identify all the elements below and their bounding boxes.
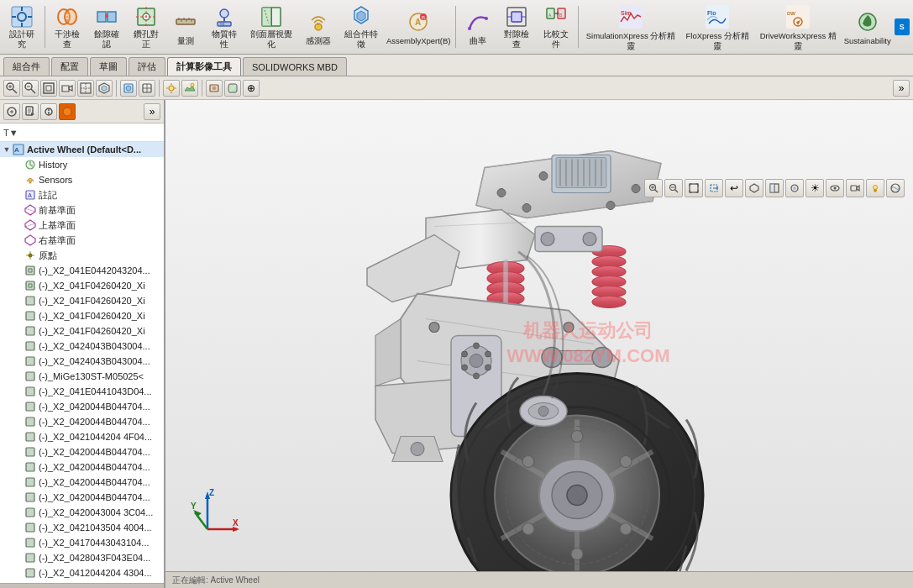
- view-zoom-fit-btn[interactable]: [22, 80, 39, 97]
- tree-item-part7[interactable]: (-)_X2_0424043B043004...: [0, 354, 164, 369]
- view-expand-btn[interactable]: »: [893, 80, 910, 97]
- interference-button[interactable]: 干涉檢查: [49, 3, 87, 51]
- vt-orient[interactable]: [745, 179, 763, 197]
- lp-btn1[interactable]: [3, 103, 20, 120]
- sec-sep3: [202, 80, 202, 97]
- tree-item-part12[interactable]: (-)_X2_0421044204 4F04...: [0, 429, 164, 444]
- view-camera-btn[interactable]: [59, 80, 76, 97]
- vt-lights[interactable]: [866, 179, 884, 197]
- vt-zoom-fit[interactable]: [685, 179, 703, 197]
- tree-item-right-plane[interactable]: 右基準面: [0, 233, 164, 248]
- tab-evaluate[interactable]: 評估: [129, 57, 165, 76]
- vt-cam[interactable]: [846, 179, 864, 197]
- root-expand-icon[interactable]: ▼: [2, 144, 12, 155]
- svg-point-168: [606, 202, 615, 210]
- view-scene-btn[interactable]: [181, 80, 198, 97]
- view-zoom-btn[interactable]: [3, 80, 20, 97]
- tree-item-part19[interactable]: (-)_X2_04170443043104...: [0, 535, 164, 550]
- lp-btn4[interactable]: [59, 103, 76, 120]
- feature-tree[interactable]: ▼ A Active Wheel (Default<D... History: [0, 142, 164, 583]
- assembly-features-button[interactable]: 組合件特徵: [338, 3, 384, 51]
- svg-line-141: [675, 190, 679, 193]
- lp-expand[interactable]: »: [144, 103, 160, 120]
- alignment-check-button[interactable]: 對隙檢查: [498, 3, 536, 51]
- tab-compute-imaging[interactable]: 計算影像工具: [167, 57, 241, 76]
- vt-prev-view[interactable]: ↩: [725, 179, 743, 197]
- part21-expand: [13, 568, 24, 578]
- view-decal-btn[interactable]: [206, 80, 223, 97]
- tree-item-part16[interactable]: (-)_X2_0420044B044704...: [0, 490, 164, 505]
- sensors-button[interactable]: 感測器: [300, 3, 337, 51]
- simulation-xpress-button[interactable]: Sim SimulationXpress 分析精靈: [582, 3, 680, 51]
- compare-docs-button[interactable]: A B 比較文件: [537, 3, 575, 51]
- viewport-3d[interactable]: ↩ ☀: [165, 100, 913, 588]
- vt-hide[interactable]: [826, 179, 844, 197]
- svg-rect-127: [26, 463, 34, 471]
- flo-xpress-button[interactable]: Flo FloXpress 分析精靈: [681, 3, 754, 51]
- mass-properties-button[interactable]: kg 物質特性: [206, 3, 244, 51]
- annotation-icon: A: [24, 188, 37, 202]
- vt-zoom-sel[interactable]: [705, 179, 723, 197]
- tab-drawing[interactable]: 草圖: [90, 57, 127, 76]
- vt-shadow[interactable]: ☀: [805, 179, 824, 197]
- view-wireframe-btn[interactable]: [139, 80, 155, 97]
- annotation-label: 註記: [39, 189, 57, 202]
- tree-item-front-plane[interactable]: 前基準面: [0, 202, 164, 218]
- vt-env[interactable]: [886, 179, 905, 197]
- panel-resize-handle[interactable]: [0, 583, 164, 588]
- origin-label: 原點: [39, 249, 57, 262]
- tree-item-part18[interactable]: (-)_X2_0421043504 4004...: [0, 520, 164, 535]
- view-appearance-btn[interactable]: [224, 80, 241, 97]
- tree-item-part11[interactable]: (-)_X2_0420044B044704...: [0, 414, 164, 429]
- measure-button[interactable]: 量測: [167, 3, 204, 51]
- view-shading-btn[interactable]: [120, 80, 137, 97]
- tree-item-part13[interactable]: (-)_X2_0420044B044704...: [0, 444, 164, 459]
- clearance-button[interactable]: 餘隙確認: [88, 3, 126, 51]
- tree-item-part20[interactable]: (-)_X2_0428043F043E04...: [0, 550, 164, 565]
- part21-icon: [24, 566, 37, 580]
- settings-button[interactable]: 設計研究: [3, 3, 41, 51]
- part11-label: (-)_X2_0420044B044704...: [39, 417, 150, 427]
- hole-alignment-button[interactable]: 鑽孔對正: [128, 3, 165, 51]
- tab-configuration[interactable]: 配置: [51, 57, 88, 76]
- lp-btn2[interactable]: [22, 103, 39, 120]
- tree-item-origin[interactable]: 原點: [0, 248, 164, 263]
- tree-item-part4[interactable]: (-)_X2_041F04260420_Xi: [0, 308, 164, 323]
- tree-item-part3[interactable]: (-)_X2_041F04260420_Xi: [0, 293, 164, 308]
- tree-item-part21[interactable]: (-)_X2_0412044204 4304...: [0, 565, 164, 580]
- svg-rect-114: [26, 266, 34, 275]
- view-light-btn[interactable]: [163, 80, 180, 97]
- vt-appear[interactable]: [785, 179, 804, 197]
- tab-assembly[interactable]: 組合件: [3, 57, 50, 76]
- tree-item-sensors[interactable]: Sensors: [0, 172, 164, 187]
- lp-btn3[interactable]: [40, 103, 57, 120]
- driveworks-button[interactable]: DW DriveWorksXpress 精靈: [756, 3, 841, 51]
- assembly-xpert-button[interactable]: A B AssemblyXpert(B): [386, 3, 452, 51]
- tree-item-part15[interactable]: (-)_X2_0420044B044704...: [0, 475, 164, 490]
- tree-item-part6[interactable]: (-)_X2_0424043B043004...: [0, 339, 164, 354]
- view-orient-btn[interactable]: [77, 80, 94, 97]
- curvature-button[interactable]: 曲率: [459, 3, 496, 51]
- tree-item-part5[interactable]: (-)_X2_041F04260420_Xi: [0, 323, 164, 339]
- tree-root[interactable]: ▼ A Active Wheel (Default<D...: [0, 142, 164, 157]
- tree-item-top-plane[interactable]: 上基準面: [0, 218, 164, 233]
- tab-solidworks-mbd[interactable]: SOLIDWORKS MBD: [243, 57, 347, 76]
- view-3d-btn[interactable]: [96, 80, 113, 97]
- tree-item-annotation[interactable]: A 註記: [0, 187, 164, 202]
- tree-item-part17[interactable]: (-)_X2_0420043004 3C04...: [0, 505, 164, 520]
- view-box-btn[interactable]: [40, 80, 57, 97]
- tree-item-part14[interactable]: (-)_X2_0420044B044704...: [0, 459, 164, 475]
- tree-item-part2[interactable]: (-)_X2_041F04260420_Xi: [0, 278, 164, 293]
- view-section-btn[interactable]: ⊕: [243, 80, 260, 97]
- vt-zoom-out[interactable]: [664, 179, 683, 197]
- tree-item-part10[interactable]: (-)_X2_0420044B044704...: [0, 399, 164, 414]
- tree-item-part8[interactable]: (-)_MiGe130ST-M05025<: [0, 369, 164, 384]
- section-view-button[interactable]: 剖面層視覺化: [244, 3, 297, 51]
- tree-item-history[interactable]: History: [0, 157, 164, 172]
- vt-section[interactable]: [765, 179, 784, 197]
- tree-item-part9[interactable]: (-)_X2_041E0441043D04...: [0, 384, 164, 399]
- tree-item-part1[interactable]: (-)_X2_041E0442043204...: [0, 263, 164, 278]
- vt-zoom-in[interactable]: [644, 179, 663, 197]
- part18-expand: [13, 522, 24, 533]
- sustainability-button[interactable]: Sustainability: [842, 3, 893, 51]
